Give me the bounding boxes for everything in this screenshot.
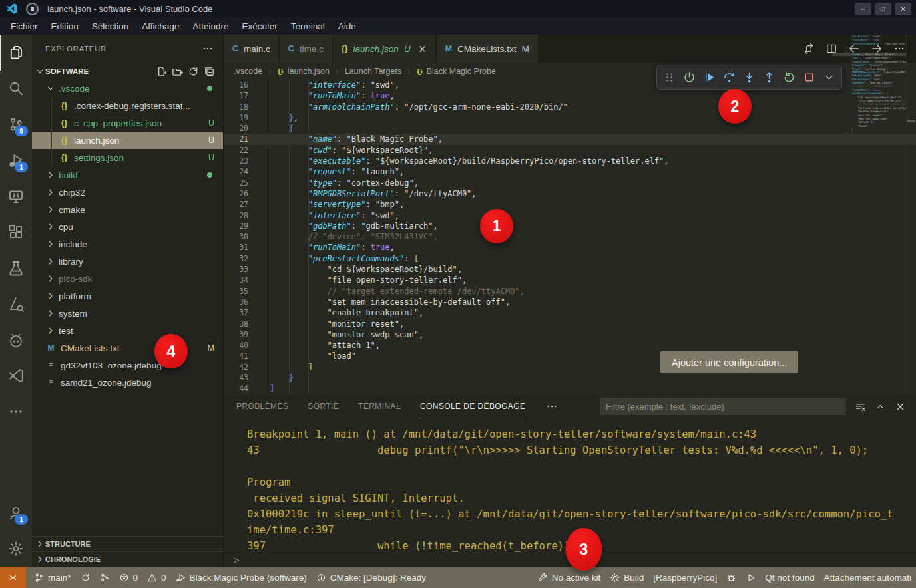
close-icon[interactable] (895, 401, 906, 412)
activity-remote-explorer[interactable] (0, 178, 32, 214)
tab-cmakelists-txt[interactable]: MCMakeLists.txtM (437, 35, 539, 63)
activity-cmake[interactable] (0, 286, 32, 322)
debug-step-over-button[interactable] (720, 68, 738, 86)
close-icon[interactable] (417, 44, 427, 54)
status-debug[interactable] (722, 567, 741, 588)
activity-settings[interactable] (0, 531, 32, 567)
status-sync[interactable] (76, 567, 95, 588)
status-git-graph[interactable] (95, 567, 114, 588)
debug-restart-button[interactable] (780, 68, 798, 86)
breadcrumb-item[interactable]: .vscode (234, 67, 262, 76)
tree-item-cortex-debug-registers-stat[interactable]: {}.cortex-debug.registers.stat... (32, 97, 223, 114)
activity-run-debug[interactable]: 1 (0, 142, 32, 178)
open-changes-icon[interactable] (803, 43, 815, 55)
tab-launch-json[interactable]: {}launch.jsonU (333, 35, 437, 63)
status-branch[interactable]: main* (29, 567, 76, 588)
close-button[interactable] (895, 3, 911, 15)
panel-more-icon[interactable] (546, 400, 558, 412)
code-line[interactable]: 29 "gdbPath": "gdb-multiarch", (224, 221, 916, 231)
code-line[interactable]: 43 } (224, 372, 916, 383)
tree-item-include[interactable]: include (32, 235, 223, 253)
workspace-section-header[interactable]: SOFTWARE (32, 63, 223, 80)
code-line[interactable]: 37 "enable breakpoint", (224, 307, 916, 318)
debug-more-debug-button[interactable] (820, 68, 838, 86)
code-line[interactable]: 33 "cd ${workspaceRoot}/build", (224, 264, 916, 275)
minimize-button[interactable] (855, 3, 871, 15)
activity-accounts[interactable]: 1 (0, 495, 32, 531)
status-problems[interactable]: 0 (114, 567, 143, 588)
tree-item-cmake[interactable]: cmake (32, 201, 223, 218)
menu-fichier[interactable]: Fichier (4, 19, 45, 33)
tree-item-launch-json[interactable]: {}launch.jsonU (32, 132, 223, 149)
menu-edition[interactable]: Edition (45, 19, 85, 33)
status-auto-attach[interactable]: Attachement automati (819, 567, 916, 588)
chevron-up-icon[interactable] (875, 401, 886, 412)
tree-item-vscode[interactable]: .vscode (32, 80, 223, 97)
add-configuration-button[interactable]: Ajouter une configuration... (660, 351, 798, 373)
code-line[interactable]: 23 "executable": "${workspaceRoot}/build… (224, 156, 916, 166)
code-line[interactable]: 28 "interface": "swd", (224, 210, 916, 221)
code-line[interactable]: 31 "runToMain": true, (224, 242, 916, 253)
breadcrumb-item[interactable]: Black Magic Probe (427, 67, 496, 76)
status-remote[interactable] (0, 567, 26, 588)
tree-item-system[interactable]: system (32, 305, 223, 322)
menu-affichage[interactable]: Affichage (135, 19, 186, 33)
code-line[interactable]: 42 ] (224, 362, 916, 372)
tree-item-samd21-ozone-jdebug[interactable]: ≡samd21_ozone.jdebug (32, 374, 223, 391)
panel-tab-console-de-debogage[interactable]: CONSOLE DE DÉBOGAGE (420, 394, 525, 418)
clear-console-icon[interactable] (855, 401, 866, 412)
console-filter-input[interactable] (600, 398, 846, 415)
status-run[interactable] (741, 567, 760, 588)
tree-item-pico-sdk[interactable]: pico-sdk (32, 270, 223, 287)
code-line[interactable]: 22 "cwd": "${workspaceRoot}", (224, 145, 916, 156)
panel-tab-terminal[interactable]: TERMINAL (358, 394, 401, 418)
code-line[interactable]: 19 }, (224, 112, 916, 123)
status-qt-status[interactable]: Qt not found (760, 567, 819, 588)
code-line[interactable]: 34 "file open-story-teller.elf", (224, 275, 916, 285)
code-line[interactable]: 35 // "target extended-remote /dev/ttyAC… (224, 286, 916, 297)
activity-platformio[interactable] (0, 322, 32, 358)
menu-atteindre[interactable]: Atteindre (186, 19, 235, 33)
status-cmake-status[interactable]: CMake: [Debug]: Ready (312, 567, 431, 588)
status-warnings[interactable]: 0 (142, 567, 171, 588)
tree-item-c-cpp-properties-json[interactable]: {}c_cpp_properties.jsonU (32, 114, 223, 132)
sidebar-more-icon[interactable] (202, 43, 214, 55)
code-line[interactable]: 30 // "device": "STM32L431VC", (224, 231, 916, 242)
tree-item-build[interactable]: build (32, 166, 223, 184)
activity-testing[interactable] (0, 250, 32, 286)
code-line[interactable]: 40 "attach 1", (224, 340, 916, 351)
sidebar-section-chronologie[interactable]: CHRONOLOGIE (32, 551, 223, 567)
code-line[interactable]: 27 "servertype": "bmp", (224, 199, 916, 210)
code-line[interactable]: 39 "monitor swdp_scan", (224, 329, 916, 340)
code-line[interactable]: 21 "name": "Black Magic Probe", (224, 134, 916, 144)
tree-item-settings-json[interactable]: {}settings.jsonU (32, 149, 223, 166)
breadcrumb-item[interactable]: Launch Targets (345, 67, 401, 76)
panel-tab-sortie[interactable]: SORTIE (308, 394, 339, 418)
code-line[interactable]: 44 ] (224, 383, 916, 394)
menu-aide[interactable]: Aide (332, 19, 363, 33)
tab-main-c[interactable]: Cmain.c (224, 35, 280, 63)
code-line[interactable]: 24 "request": "launch", (224, 166, 916, 177)
tree-item-platform[interactable]: platform (32, 287, 223, 305)
tree-item-chip32[interactable]: chip32 (32, 184, 223, 201)
code-editor[interactable]: 16 "interface": "swd",17 "runToMain": tr… (224, 80, 916, 394)
menu-selection[interactable]: Sélection (85, 19, 136, 33)
code-line[interactable]: 25 "type": "cortex-debug", (224, 178, 916, 188)
status-cmake-build[interactable]: Build (605, 567, 648, 588)
tree-item-test[interactable]: test (32, 322, 223, 339)
new-folder-icon[interactable] (172, 66, 183, 77)
sidebar-section-structure[interactable]: STRUCTURE (32, 536, 223, 551)
collapse-all-icon[interactable] (204, 66, 215, 77)
tab-time-c[interactable]: Ctime.c (280, 35, 333, 63)
status-active-kit[interactable]: No active kit (533, 567, 606, 588)
code-line[interactable]: 32 "preRestartCommands": [ (224, 253, 916, 264)
code-line[interactable]: 41 "load" (224, 351, 916, 361)
debug-continue-button[interactable] (700, 68, 718, 86)
new-file-icon[interactable] (156, 66, 167, 77)
code-line[interactable]: 38 "monitor reset", (224, 319, 916, 329)
activity-extensions[interactable] (0, 214, 32, 250)
activity-more-views[interactable] (0, 394, 32, 430)
refresh-icon[interactable] (188, 66, 199, 77)
debug-step-out-button[interactable] (760, 68, 778, 86)
breadcrumb-item[interactable]: launch.json (288, 67, 330, 76)
